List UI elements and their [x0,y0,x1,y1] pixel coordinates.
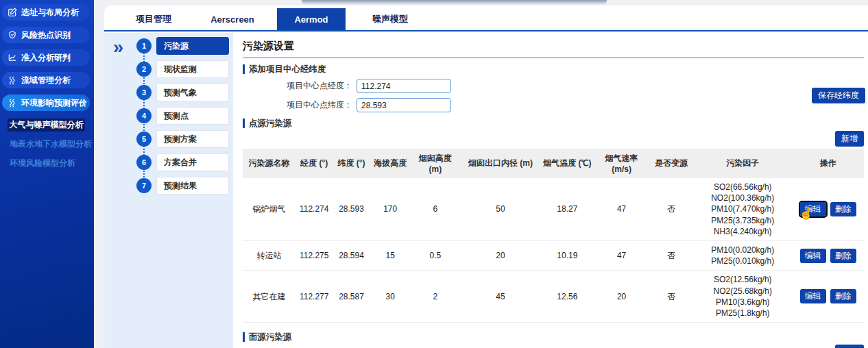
point-source-row-0: 锅炉烟气112.27428.59317065018.2747否SO2(66.56… [243,178,864,240]
step-label-3[interactable]: 预测气象 [156,84,229,101]
sidebar-item-1[interactable]: 风险热点识别 [2,27,90,43]
delete-button[interactable]: 删除 [830,249,856,263]
column-header: 海拔高度 [370,149,411,178]
pollution-factors-cell: SO2(12.56kg/h) NO2(25.68kg/h) PM10(3.6kg… [693,271,793,323]
sidebar-item-label: 选址与布局分析 [21,7,79,18]
cell: 20 [594,271,650,323]
step-label-7[interactable]: 预测结果 [156,177,229,195]
latitude-form-row: 项目中心点纬度： [243,98,864,112]
window-edge-shadow [302,0,607,5]
step-7: 7预测结果 [104,177,233,195]
step-number-badge: 7 [136,178,152,193]
tab-项目管理[interactable]: 项目管理 [119,8,188,30]
sidebar-item-label: 风险热点识别 [21,29,71,41]
column-header: 操作 [793,149,864,178]
edit-button[interactable]: 编辑 [800,249,826,263]
point-source-row-1: 转运站112.27528.594150.52010.1947否PM10(0.02… [243,240,864,270]
step-label-2[interactable]: 现状监测 [156,60,229,78]
cell: 28.594 [333,240,370,270]
cell: 10.19 [541,240,594,270]
step-number-badge: 2 [136,62,152,77]
cell: 28.587 [333,271,370,323]
content-card: 项目管理AerscreenAermod噪声模型 » 1污染源2现状监测3预测气象… [104,5,868,348]
step-4: 4预测点 [104,107,233,125]
column-header: 经度 (°) [296,149,333,178]
column-header: 烟囱高度 (m) [411,149,460,178]
main-panel: 污染源设置 添加项目中心经纬度 项目中心点经度： 项目中心点纬度： 保存经纬度 … [233,33,868,348]
cell: 6 [411,178,460,240]
cell: 2 [411,271,460,323]
sidebar: 选址与布局分析风险热点识别准入分析研判流域管理分析环境影响预测评价 大气与噪声模… [0,0,94,348]
cell: 112.275 [296,240,333,270]
sidebar-item-3[interactable]: 流域管理分析 [2,72,90,88]
column-header: 烟囱出口内径 (m) [460,149,541,178]
delete-button[interactable]: 删除 [830,202,856,216]
longitude-input[interactable] [357,79,451,93]
sidebar-menu: 选址与布局分析风险热点识别准入分析研判流域管理分析环境影响预测评价 [0,4,94,111]
step-label-1[interactable]: 污染源 [156,37,229,55]
stepper: 1污染源2现状监测3预测气象4预测点5预测方案6方案合并7预测结果 [104,37,233,200]
step-2: 2现状监测 [104,60,233,79]
cell: 170 [370,178,411,240]
cell: 112.277 [296,271,333,323]
cell: 其它在建 [243,271,296,323]
point-source-row-2: 其它在建112.27728.5873024512.5620否SO2(12.56k… [243,271,864,323]
step-5: 5预测方案 [104,130,233,149]
step-label-6[interactable]: 方案合并 [156,153,229,171]
step-number-badge: 1 [136,38,152,53]
sidebar-subitem-2[interactable]: 环境风险模型分析 [10,157,86,170]
sidebar-item-label: 准入分析研判 [21,52,71,64]
sidebar-subitem-1[interactable]: 地表水地下水模型分析 [10,138,86,151]
cell: 15 [370,240,411,270]
point-source-toolbar: 新增 [243,131,864,147]
cell: 12.56 [541,271,594,323]
edit-button[interactable]: 编辑 [800,289,826,303]
cell: 锅炉烟气 [243,178,296,240]
step-label-5[interactable]: 预测方案 [156,130,229,148]
step-3: 3预测气象 [104,84,233,102]
add-area-source-button[interactable]: 新增 [835,345,864,348]
point-source-table: 污染源名称经度 (°)纬度 (°)海拔高度烟囱高度 (m)烟囱出口内径 (m)烟… [243,149,864,323]
sidebar-item-0[interactable]: 选址与布局分析 [2,4,90,21]
sidebar-subitem-0[interactable]: 大气与噪声模型分析 [8,119,85,132]
column-header: 纬度 (°) [333,149,370,178]
step-number-badge: 4 [136,108,152,123]
column-header: 烟气速率 (m/s) [594,149,650,178]
sidebar-item-label: 流域管理分析 [21,75,71,86]
delete-button[interactable]: 删除 [830,289,856,303]
tab-噪声模型[interactable]: 噪声模型 [356,8,424,30]
sidebar-item-4[interactable]: 环境影响预测评价 [2,95,90,111]
title-divider [243,58,864,58]
cell: 50 [460,178,541,240]
step-1: 1污染源 [104,37,233,55]
section-heading-center-coords: 添加项目中心经纬度 [243,64,864,74]
cell: 47 [594,178,650,240]
latitude-label: 项目中心点纬度： [243,99,352,111]
tab-bar: 项目管理AerscreenAermod噪声模型 [104,8,868,32]
tab-Aerscreen[interactable]: Aerscreen [198,8,267,30]
sidebar-submenu: 大气与噪声模型分析地表水地下水模型分析环境风险模型分析 [0,119,94,170]
actions-cell: 编辑☝删除 [793,178,864,240]
latitude-input[interactable] [357,98,451,112]
pollution-factors-cell: PM10(0.020kg/h) PM25(0.010kg/h) [693,240,793,270]
cell: 0.5 [411,240,460,270]
cell: 转运站 [243,240,296,270]
shield-icon [8,30,17,40]
table-header-row: 污染源名称经度 (°)纬度 (°)海拔高度烟囱高度 (m)烟囱出口内径 (m)烟… [243,149,864,178]
chart-icon [8,53,17,62]
cell: 30 [370,271,411,323]
stepper-panel: » 1污染源2现状监测3预测气象4预测点5预测方案6方案合并7预测结果 [104,33,233,348]
cell: 47 [594,240,650,270]
cell: 否 [649,178,692,240]
step-label-4[interactable]: 预测点 [156,107,229,125]
add-point-source-button[interactable]: 新增 [835,131,864,147]
save-coords-button[interactable]: 保存经纬度 [812,88,865,103]
cell: 112.274 [296,178,333,240]
sidebar-item-2[interactable]: 准入分析研判 [2,49,90,66]
cell: 45 [460,271,541,323]
cell: 28.593 [333,178,370,240]
tab-Aermod[interactable]: Aermod [277,8,346,30]
edit-button[interactable]: 编辑☝ [800,202,826,216]
column-header: 污染源名称 [243,149,296,178]
hand-cursor-icon: ☝ [799,208,813,219]
